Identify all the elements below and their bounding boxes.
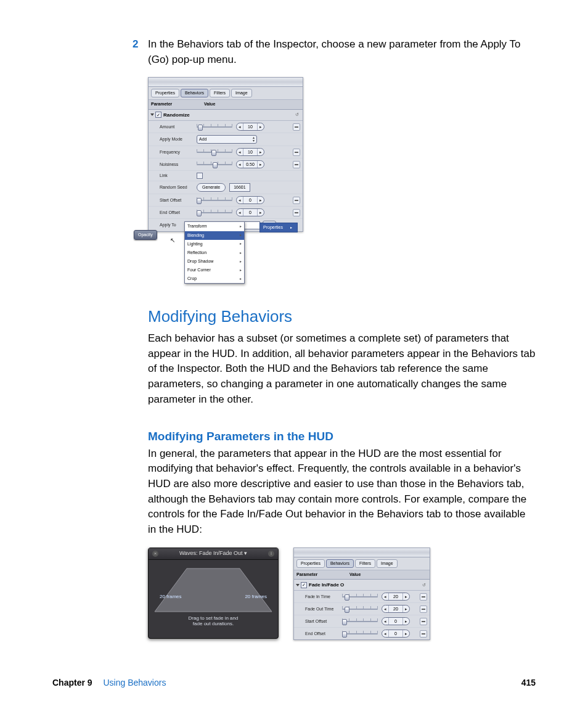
submenu-opacity[interactable]: Opacity — [134, 230, 157, 240]
row-link: Link — [149, 171, 303, 181]
hud-close-icon[interactable]: × — [152, 551, 158, 557]
stepper-fade-out[interactable]: ◂20▸ — [382, 605, 410, 613]
tab-properties[interactable]: Properties — [151, 89, 179, 97]
tab-image[interactable]: Image — [231, 89, 251, 97]
disclosure-triangle-icon[interactable] — [150, 113, 154, 116]
enable-checkbox[interactable]: ✓ — [155, 112, 161, 118]
generate-button[interactable]: Generate — [197, 183, 226, 192]
row-frequency: Frequency ◂10▸ ▬ — [149, 146, 303, 158]
paragraph-mod-params-hud: In general, the parameters that appear i… — [148, 446, 536, 538]
paragraph-mod-behaviors: Each behavior has a subset (or sometimes… — [148, 331, 536, 407]
stepper-start-offset[interactable]: ◂0▸ — [236, 196, 264, 204]
link-checkbox[interactable] — [197, 173, 203, 179]
enable-checkbox-2[interactable]: ✓ — [301, 582, 307, 588]
keyframe-button[interactable]: ▬ — [293, 149, 300, 156]
keyframe-button[interactable]: ▬ — [420, 618, 427, 625]
heading-modifying-behaviors: Modifying Behaviors — [148, 305, 536, 329]
tab-image-2[interactable]: Image — [377, 559, 397, 568]
apply-mode-select[interactable]: Add▴▾ — [197, 135, 257, 144]
popup-item-drop-shadow[interactable]: Drop Shadow▸ — [185, 257, 244, 266]
stepper-amount[interactable]: ◂10▸ — [236, 123, 264, 131]
behavior-header-2[interactable]: ✓ Fade In/Fade O ↺ — [294, 580, 430, 591]
step-2: 2 In the Behaviors tab of the Inspector,… — [148, 37, 536, 67]
label-noisiness: Noisiness — [160, 162, 197, 168]
inspector-tabs-2: Properties Behaviors Filters Image — [294, 557, 430, 570]
popup-item-crop[interactable]: Crop▸ — [185, 274, 244, 283]
label-frequency: Frequency — [160, 149, 197, 155]
row-end-offset-2: End Offset ◂0▸ ▬ — [294, 628, 430, 639]
row-end-offset: End Offset ◂0▸ ▬ — [149, 207, 303, 219]
header-parameter: Parameter — [151, 101, 204, 107]
cursor-icon: ↖ — [170, 236, 175, 245]
keyframe-button[interactable]: ▬ — [420, 593, 427, 601]
label-link: Link — [160, 173, 197, 179]
slider-end-offset-2[interactable] — [342, 631, 378, 637]
hud-titlebar[interactable]: × Waves: Fade In/Fade Out ▾ i — [149, 548, 278, 560]
figure-inspector-applyto: Properties Behaviors Filters Image Param… — [148, 77, 536, 281]
applyto-popup[interactable]: Transform▸ Blending▸ Lighting▸ Reflectio… — [184, 221, 245, 284]
popup-item-reflection[interactable]: Reflection▸ — [185, 248, 244, 257]
stepper-fade-in[interactable]: ◂20▸ — [382, 593, 410, 601]
step-number: 2 — [133, 37, 138, 52]
keyframe-button[interactable]: ▬ — [293, 123, 300, 131]
hud-info-icon[interactable]: i — [268, 551, 274, 557]
tab-behaviors-2[interactable]: Behaviors — [326, 559, 354, 568]
row-start-offset-2: Start Offset ◂0▸ ▬ — [294, 615, 430, 628]
reset-icon[interactable]: ↺ — [295, 112, 299, 118]
heading-mod-params-hud: Modifying Parameters in the HUD — [148, 428, 536, 445]
tab-properties-2[interactable]: Properties — [296, 559, 325, 568]
behavior-header[interactable]: ✓ Randomize ↺ — [149, 110, 303, 121]
slider-noisiness[interactable] — [197, 162, 232, 168]
hud-left-label: 20 frames — [160, 593, 182, 601]
row-apply-mode: Apply Mode Add▴▾ — [149, 133, 303, 146]
stepper-end-offset-2[interactable]: ◂0▸ — [382, 630, 410, 638]
tab-filters[interactable]: Filters — [210, 89, 230, 97]
keyframe-button[interactable]: ▬ — [293, 161, 300, 168]
popup-item-lighting[interactable]: Lighting▸ — [185, 240, 244, 248]
row-start-offset: Start Offset ◂0▸ ▬ — [149, 194, 303, 207]
stepper-end-offset[interactable]: ◂0▸ — [236, 208, 264, 216]
label-amount: Amount — [160, 124, 197, 130]
page-footer: Chapter 9 Using Behaviors 415 — [0, 676, 588, 689]
stepper-noisiness[interactable]: ◂0.50▸ — [236, 160, 264, 168]
stepper-frequency[interactable]: ◂10▸ — [236, 148, 264, 156]
page-number: 415 — [521, 676, 536, 689]
inspector-panel: Properties Behaviors Filters Image Param… — [148, 77, 303, 232]
slider-end-offset[interactable] — [197, 210, 232, 216]
svg-marker-0 — [155, 568, 272, 612]
row-noisiness: Noisiness ◂0.50▸ ▬ — [149, 158, 303, 171]
keyframe-button[interactable]: ▬ — [420, 605, 427, 613]
slider-start-offset-2[interactable] — [342, 618, 378, 625]
keyframe-button[interactable]: ▬ — [420, 630, 427, 638]
disclosure-triangle-icon[interactable] — [296, 584, 300, 586]
slider-frequency[interactable] — [197, 149, 232, 155]
slider-fade-out[interactable] — [342, 606, 378, 612]
inspector-tabs: Properties Behaviors Filters Image — [149, 87, 303, 100]
keyframe-button[interactable]: ▬ — [293, 197, 300, 204]
figure-hud-vs-inspector: × Waves: Fade In/Fade Out ▾ i 20 frames … — [148, 548, 536, 641]
slider-fade-in[interactable] — [342, 594, 378, 600]
label-end-offset: End Offset — [160, 210, 197, 216]
tab-behaviors[interactable]: Behaviors — [181, 89, 208, 97]
label-start-offset-2: Start Offset — [305, 618, 342, 625]
submenu-properties[interactable]: Properties▸ — [259, 223, 298, 232]
hud-fade-graph[interactable]: 20 frames 20 frames — [153, 564, 273, 619]
step-text: In the Behaviors tab of the Inspector, c… — [148, 37, 536, 67]
row-random-seed: Random Seed Generate 16601 — [149, 181, 303, 194]
keyframe-button[interactable]: ▬ — [293, 209, 300, 216]
stepper-start-offset-2[interactable]: ◂0▸ — [382, 617, 410, 625]
popup-item-blending[interactable]: Blending▸ — [185, 231, 244, 240]
label-random-seed: Random Seed — [160, 184, 197, 191]
reset-icon[interactable]: ↺ — [422, 582, 426, 588]
param-header: Parameter Value — [149, 100, 303, 109]
header-value-2: Value — [349, 572, 361, 578]
slider-start-offset[interactable] — [197, 197, 232, 203]
label-end-offset-2: End Offset — [305, 631, 342, 637]
popup-item-transform[interactable]: Transform▸ — [185, 222, 244, 231]
tab-filters-2[interactable]: Filters — [355, 559, 375, 568]
row-amount: Amount ◂10▸ ▬ — [149, 121, 303, 133]
popup-item-four-corner[interactable]: Four Corner▸ — [185, 266, 244, 274]
hud-right-label: 20 frames — [245, 593, 267, 601]
seed-value[interactable]: 16601 — [229, 183, 250, 192]
slider-amount[interactable] — [197, 124, 232, 130]
